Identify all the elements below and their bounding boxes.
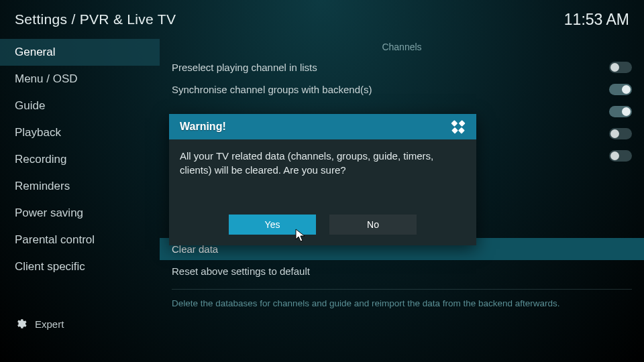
help-text: Delete the databases for channels and gu… — [160, 294, 644, 314]
sidebar-item-reminders[interactable]: Reminders — [0, 173, 160, 200]
dialog-message: All your TV related data (channels, grou… — [169, 139, 476, 215]
yes-button[interactable]: Yes — [229, 215, 316, 235]
sidebar-item-power-saving[interactable]: Power saving — [0, 200, 160, 227]
dialog-header: Warning! — [169, 114, 476, 139]
dialog-title: Warning! — [180, 121, 226, 133]
sidebar: General Menu / OSD Guide Playback Record… — [0, 39, 160, 362]
warning-dialog: Warning! All your TV related data (chann… — [169, 114, 476, 245]
divider — [172, 289, 632, 290]
sidebar-item-label: Guide — [15, 99, 45, 112]
breadcrumb-title: Settings / PVR & Live TV — [15, 11, 176, 27]
sidebar-item-client-specific[interactable]: Client specific — [0, 253, 160, 280]
sidebar-item-playback[interactable]: Playback — [0, 119, 160, 146]
sidebar-item-label: Client specific — [15, 260, 85, 273]
settings-level-button[interactable]: Expert — [0, 312, 160, 335]
toggle-switch[interactable] — [609, 62, 632, 73]
sidebar-item-label: Playback — [15, 126, 61, 139]
clock: 11:53 AM — [564, 11, 629, 29]
dialog-buttons: Yes No — [169, 215, 476, 245]
sidebar-item-label: Recording — [15, 153, 67, 166]
toggle-switch[interactable] — [609, 150, 632, 162]
sidebar-item-general[interactable]: General — [0, 39, 160, 66]
no-button[interactable]: No — [329, 215, 417, 235]
settings-level-label: Expert — [35, 318, 64, 330]
toggle-switch[interactable] — [609, 128, 632, 139]
sidebar-item-recording[interactable]: Recording — [0, 146, 160, 173]
setting-label: Preselect playing channel in lists — [172, 62, 317, 73]
sidebar-item-guide[interactable]: Guide — [0, 93, 160, 119]
kodi-logo-icon — [447, 116, 468, 137]
toggle-switch[interactable] — [609, 106, 632, 117]
sidebar-item-menu-osd[interactable]: Menu / OSD — [0, 66, 160, 93]
sidebar-item-label: General — [15, 46, 55, 58]
setting-sync-channel-groups[interactable]: Synchronise channel groups with backend(… — [160, 78, 644, 101]
toggle-switch[interactable] — [609, 84, 632, 95]
setting-label: Reset above settings to default — [172, 265, 310, 277]
sidebar-item-parental-control[interactable]: Parental control — [0, 227, 160, 253]
sidebar-item-label: Power saving — [15, 206, 83, 219]
gear-icon — [15, 318, 27, 330]
section-header-channels: Channels — [160, 39, 644, 56]
header: Settings / PVR & Live TV 11:53 AM — [0, 0, 644, 39]
setting-label: Synchronise channel groups with backend(… — [172, 84, 372, 95]
setting-preselect-playing-channel[interactable]: Preselect playing channel in lists — [160, 56, 644, 78]
setting-reset-default[interactable]: Reset above settings to default — [160, 260, 644, 282]
sidebar-item-label: Reminders — [15, 180, 70, 192]
sidebar-item-label: Parental control — [15, 233, 95, 246]
sidebar-item-label: Menu / OSD — [15, 72, 78, 85]
